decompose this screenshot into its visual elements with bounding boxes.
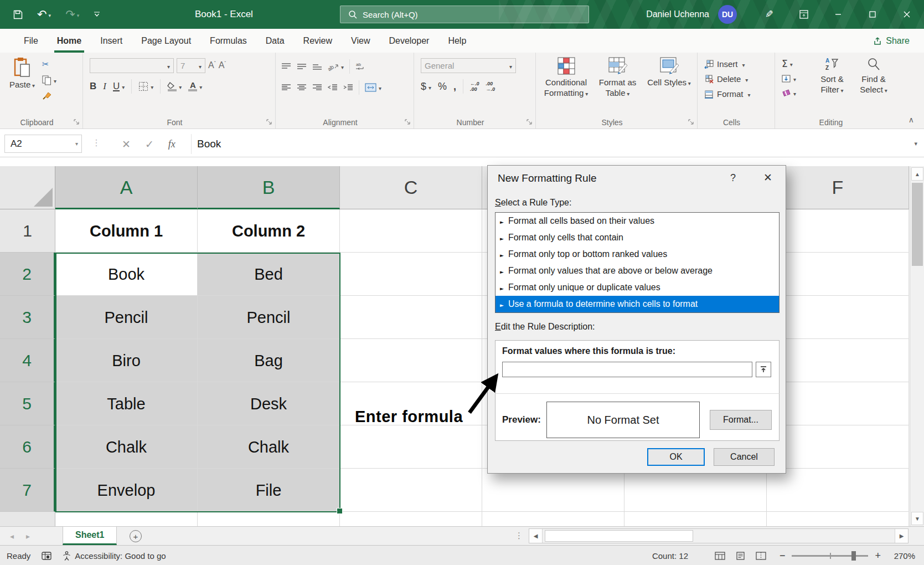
cancel-entry-icon[interactable]: ✕ xyxy=(122,138,131,151)
italic-button[interactable]: I xyxy=(103,81,106,92)
column-header-c[interactable]: C xyxy=(340,166,482,209)
tab-home[interactable]: Home xyxy=(48,29,91,53)
rule-type-option-1[interactable]: Format all cells based on their values xyxy=(495,213,779,229)
formula-bar-splitter[interactable]: ⋮ xyxy=(92,137,100,148)
number-dialog-launcher[interactable] xyxy=(526,119,533,125)
rule-type-option-5[interactable]: Format only unique or duplicate values xyxy=(495,279,779,296)
decrease-font-button[interactable]: Aˇ xyxy=(219,60,226,70)
collapse-ribbon-button[interactable]: ∧ xyxy=(908,115,914,124)
row-header-4[interactable]: 4 xyxy=(0,339,55,382)
cell-A2[interactable]: Book xyxy=(55,253,198,296)
increase-font-button[interactable]: Aˆ xyxy=(208,60,216,70)
horizontal-scrollbar-thumb[interactable] xyxy=(545,530,693,542)
cell-C7[interactable] xyxy=(340,469,482,512)
formula-input[interactable]: Book xyxy=(191,134,902,154)
row-header-6[interactable]: 6 xyxy=(0,425,55,469)
find-select-button[interactable]: Find & Select xyxy=(854,57,894,96)
sheet-prev-icon[interactable]: ◂ xyxy=(10,532,14,541)
cell-F7[interactable] xyxy=(767,469,909,512)
wrap-text-icon[interactable]: ab xyxy=(355,62,366,71)
formula-bar-expand-icon[interactable]: ▾ xyxy=(914,140,917,147)
macro-record-icon[interactable] xyxy=(42,552,51,560)
copy-button[interactable] xyxy=(42,75,56,85)
cell-A4[interactable]: Biro xyxy=(55,339,198,382)
cell-A7[interactable]: Envelop xyxy=(55,469,198,512)
conditional-formatting-button[interactable]: Conditional Formatting xyxy=(540,57,592,99)
cell-F8[interactable] xyxy=(767,512,909,526)
scroll-right-icon[interactable]: ▶ xyxy=(895,529,908,543)
cancel-button[interactable]: Cancel xyxy=(714,448,775,466)
increase-decimal-button[interactable]: ←.0.00 xyxy=(470,81,479,92)
underline-button[interactable]: U xyxy=(113,81,125,92)
column-header-b[interactable]: B xyxy=(198,166,340,209)
page-break-view-icon[interactable] xyxy=(756,552,766,560)
cell-B5[interactable]: Desk xyxy=(198,382,340,425)
cell-A6[interactable]: Chalk xyxy=(55,425,198,469)
row-header-8[interactable]: 8 xyxy=(0,512,55,526)
horizontal-scrollbar[interactable]: ◀ ▶ xyxy=(529,528,908,543)
format-painter-button[interactable] xyxy=(42,91,56,100)
dialog-close-icon[interactable]: ✕ xyxy=(763,171,772,184)
zoom-slider[interactable] xyxy=(792,555,868,557)
font-name-combo[interactable] xyxy=(90,58,174,73)
bold-button[interactable]: B xyxy=(90,81,96,92)
clipboard-dialog-launcher[interactable] xyxy=(74,119,80,125)
cut-button[interactable]: ✂ xyxy=(42,59,56,69)
cell-B6[interactable]: Chalk xyxy=(198,425,340,469)
fill-color-button[interactable] xyxy=(167,81,182,92)
decrease-decimal-button[interactable]: .00→.0 xyxy=(486,81,495,92)
undo-button[interactable]: ↶ xyxy=(37,8,51,21)
dialog-help-icon[interactable]: ? xyxy=(730,172,736,184)
font-size-combo[interactable]: 7 xyxy=(177,58,205,73)
merge-center-button[interactable] xyxy=(365,83,381,93)
new-sheet-button[interactable]: + xyxy=(130,530,142,542)
cell-F1[interactable] xyxy=(767,209,909,253)
enter-entry-icon[interactable]: ✓ xyxy=(145,138,154,151)
cell-C8[interactable] xyxy=(340,512,482,526)
status-count[interactable]: Count: 12 xyxy=(652,551,688,561)
cell-E7[interactable] xyxy=(624,469,767,512)
orientation-button[interactable]: ab xyxy=(328,61,344,71)
redo-button[interactable]: ↷ xyxy=(65,8,79,21)
cell-A5[interactable]: Table xyxy=(55,382,198,425)
tab-scrollbar-splitter[interactable]: ⋮ xyxy=(515,531,523,541)
align-center-icon[interactable] xyxy=(297,84,307,91)
zoom-level[interactable]: 270% xyxy=(890,551,915,561)
ink-pen-button[interactable]: ✎ xyxy=(752,0,787,29)
user-name[interactable]: Daniel Uchenna xyxy=(646,9,709,19)
name-box[interactable]: A2 ▾ xyxy=(4,135,82,153)
tab-data[interactable]: Data xyxy=(256,29,294,53)
cell-B1[interactable]: Column 2 xyxy=(198,209,340,253)
alignment-dialog-launcher[interactable] xyxy=(405,119,411,125)
align-left-icon[interactable] xyxy=(281,84,291,91)
row-header-5[interactable]: 5 xyxy=(0,382,55,425)
align-bottom-icon[interactable] xyxy=(312,63,322,70)
format-cells-button[interactable]: Format xyxy=(704,89,751,99)
cell-F3[interactable] xyxy=(767,296,909,339)
cell-A8[interactable] xyxy=(55,512,198,526)
autosum-button[interactable]: Σ xyxy=(782,58,796,69)
zoom-slider-thumb[interactable] xyxy=(851,551,856,561)
font-dialog-launcher[interactable] xyxy=(266,119,272,125)
number-format-combo[interactable]: General xyxy=(421,58,516,73)
cell-B8[interactable] xyxy=(198,512,340,526)
cell-E8[interactable] xyxy=(624,512,767,526)
format-button[interactable]: Format... xyxy=(710,410,772,430)
align-middle-icon[interactable] xyxy=(297,63,307,70)
insert-cells-button[interactable]: Insert xyxy=(704,59,751,69)
increase-indent-icon[interactable] xyxy=(343,84,353,91)
cell-F5[interactable] xyxy=(767,382,909,425)
comma-style-button[interactable]: , xyxy=(453,81,456,93)
share-button[interactable]: Share xyxy=(868,33,915,49)
sheet-next-icon[interactable]: ▸ xyxy=(26,532,30,541)
tab-insert[interactable]: Insert xyxy=(91,29,132,53)
tab-review[interactable]: Review xyxy=(294,29,342,53)
cell-D8[interactable] xyxy=(482,512,624,526)
cell-C1[interactable] xyxy=(340,209,482,253)
save-button[interactable] xyxy=(13,10,23,19)
scroll-down-icon[interactable]: ▼ xyxy=(911,512,923,525)
paste-button[interactable]: Paste xyxy=(6,57,39,89)
font-color-button[interactable]: A xyxy=(188,81,202,92)
styles-dialog-launcher[interactable] xyxy=(688,119,694,125)
collapse-range-button[interactable] xyxy=(756,362,771,377)
